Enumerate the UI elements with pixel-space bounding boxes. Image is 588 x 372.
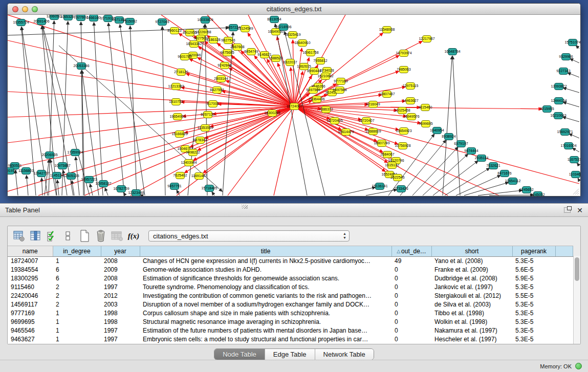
- graph-node[interactable]: 8454749: [244, 49, 258, 55]
- show-columns-icon[interactable]: [29, 229, 42, 243]
- table-row[interactable]: 2242004622012Investigating the contribut…: [8, 291, 573, 300]
- citation-edge-black[interactable]: [57, 180, 59, 195]
- graph-node[interactable]: 19355724: [13, 19, 29, 26]
- citation-edge-black[interactable]: [120, 25, 145, 195]
- citation-edge-black[interactable]: [577, 163, 579, 166]
- graph-node[interactable]: 12975115: [403, 83, 419, 90]
- zoom-window-button[interactable]: [32, 6, 38, 12]
- graph-node[interactable]: 9227343: [556, 68, 570, 75]
- graph-node[interactable]: 7955812: [313, 58, 327, 64]
- citation-edge-black[interactable]: [105, 188, 108, 195]
- graph-node[interactable]: 7515092: [123, 18, 137, 25]
- graph-node[interactable]: 9115460: [419, 104, 432, 111]
- table-row[interactable]: 1456911722003Disruption of a novel membe…: [8, 300, 573, 309]
- graph-node[interactable]: 8215955: [540, 106, 554, 113]
- graph-node[interactable]: 12505135: [63, 173, 79, 180]
- citation-edge-black[interactable]: [563, 102, 579, 107]
- table-row[interactable]: 946554611997Estimation of the future num…: [8, 326, 573, 335]
- graph-node[interactable]: 9497568: [306, 87, 320, 94]
- new-column-icon[interactable]: [78, 229, 91, 243]
- graph-node[interactable]: 10807487: [379, 91, 395, 98]
- graph-node[interactable]: 2684067: [380, 151, 394, 158]
- table-row[interactable]: 969969511998Structural magnetic resonanc…: [8, 317, 573, 326]
- citation-edge-black[interactable]: [41, 178, 42, 195]
- column-header-out_de[interactable]: △out_de…: [391, 246, 431, 256]
- graph-node[interactable]: 15718485: [201, 185, 217, 192]
- function-builder-icon[interactable]: f(x): [127, 229, 140, 243]
- table-vertical-scrollbar[interactable]: [573, 256, 580, 344]
- graph-node[interactable]: 1615132: [385, 162, 399, 169]
- graph-node[interactable]: 18226058: [195, 29, 211, 36]
- column-header-title[interactable]: title: [140, 246, 391, 256]
- graph-node[interactable]: 14463627: [402, 98, 418, 104]
- table-row[interactable]: 911546021997Tourette syndrome. Phenomeno…: [8, 282, 573, 291]
- graph-node[interactable]: 12217987: [419, 36, 434, 42]
- graph-node[interactable]: 9827546: [221, 37, 235, 44]
- graph-node[interactable]: 12403944: [181, 160, 197, 166]
- graph-node[interactable]: 7632621: [486, 163, 500, 169]
- graph-node[interactable]: 1145134: [50, 172, 64, 179]
- graph-node[interactable]: 9457791: [167, 183, 181, 190]
- graph-node[interactable]: 18807249: [374, 140, 389, 147]
- citation-edge-black[interactable]: [339, 187, 375, 195]
- table-row[interactable]: 977716911998Corpus callosum shape and si…: [8, 309, 573, 317]
- graph-node[interactable]: 8990448: [307, 68, 321, 75]
- graph-node[interactable]: 12093872: [551, 83, 567, 90]
- column-header-name[interactable]: name: [8, 246, 53, 256]
- graph-node[interactable]: 8938924: [442, 134, 455, 140]
- graph-node[interactable]: 19793974: [396, 50, 411, 57]
- graph-node[interactable]: 10688609: [365, 128, 381, 135]
- citation-edge-black[interactable]: [569, 134, 579, 138]
- graph-node[interactable]: 10025458: [394, 107, 410, 114]
- close-panel-icon[interactable]: ✕: [577, 207, 583, 214]
- network-view-window[interactable]: citations_edges.txt 18724007896012389129…: [7, 3, 581, 196]
- graph-node[interactable]: 9245052: [531, 192, 545, 197]
- window-titlebar[interactable]: citations_edges.txt: [8, 4, 580, 15]
- graph-node[interactable]: 8813054: [267, 16, 281, 23]
- graph-node[interactable]: 19654933: [169, 114, 185, 120]
- graph-node[interactable]: 8186328: [206, 37, 220, 43]
- citation-edge-black[interactable]: [576, 46, 579, 49]
- graph-node[interactable]: 15751074: [564, 39, 580, 46]
- graph-node[interactable]: 1103464: [569, 171, 580, 178]
- tab-edge-table[interactable]: Edge Table: [265, 349, 315, 360]
- citation-edge-black[interactable]: [568, 73, 579, 77]
- graph-node[interactable]: 10958187: [95, 181, 111, 187]
- graph-node[interactable]: 8322037: [283, 59, 297, 66]
- graph-node[interactable]: 16210643: [550, 113, 566, 119]
- citation-edge-black[interactable]: [445, 168, 489, 195]
- citation-edge-black[interactable]: [570, 59, 579, 63]
- close-window-button[interactable]: [12, 6, 18, 12]
- memory-status-indicator[interactable]: [575, 363, 582, 369]
- float-panel-icon[interactable]: [564, 207, 571, 213]
- citation-edge-black[interactable]: [15, 170, 18, 195]
- graph-node[interactable]: 7625402: [173, 172, 187, 179]
- citation-edge-black[interactable]: [578, 179, 579, 181]
- graph-node[interactable]: 2803144: [214, 76, 228, 82]
- graph-node[interactable]: 9699695: [419, 121, 432, 127]
- graph-node[interactable]: 16782759: [113, 186, 129, 192]
- column-header-in_degree[interactable]: in_degree: [53, 246, 101, 256]
- column-header-short[interactable]: short: [431, 246, 512, 256]
- graph-node[interactable]: 8878344: [193, 137, 207, 144]
- graph-node[interactable]: 13654923: [396, 128, 411, 135]
- graph-node[interactable]: 11353559: [198, 125, 213, 132]
- graph-node[interactable]: 18640910: [294, 40, 310, 47]
- table-row[interactable]: 946362711997Embryonic stem cells: a mode…: [8, 335, 573, 343]
- graph-node[interactable]: 11548938: [379, 27, 395, 33]
- graph-node[interactable]: 16720407: [358, 118, 374, 124]
- citation-edge-black[interactable]: [285, 32, 325, 195]
- graph-node[interactable]: 16949576: [403, 114, 419, 120]
- citation-edge-black[interactable]: [573, 148, 579, 152]
- graph-node[interactable]: 15136141: [372, 183, 387, 190]
- tab-node-table[interactable]: Node Table: [214, 349, 265, 360]
- minimize-window-button[interactable]: [22, 6, 28, 12]
- graph-node[interactable]: 2867608: [230, 44, 244, 51]
- graph-node[interactable]: 2733426: [394, 186, 408, 192]
- graph-node[interactable]: 6466160: [86, 15, 100, 21]
- graph-node[interactable]: 10756928: [395, 143, 410, 149]
- citation-edge-black[interactable]: [90, 184, 93, 195]
- citation-edge-black[interactable]: [478, 190, 522, 195]
- citation-edge-red[interactable]: [248, 33, 294, 106]
- table-source-dropdown[interactable]: citations_edges.txt ▲▼: [148, 230, 350, 242]
